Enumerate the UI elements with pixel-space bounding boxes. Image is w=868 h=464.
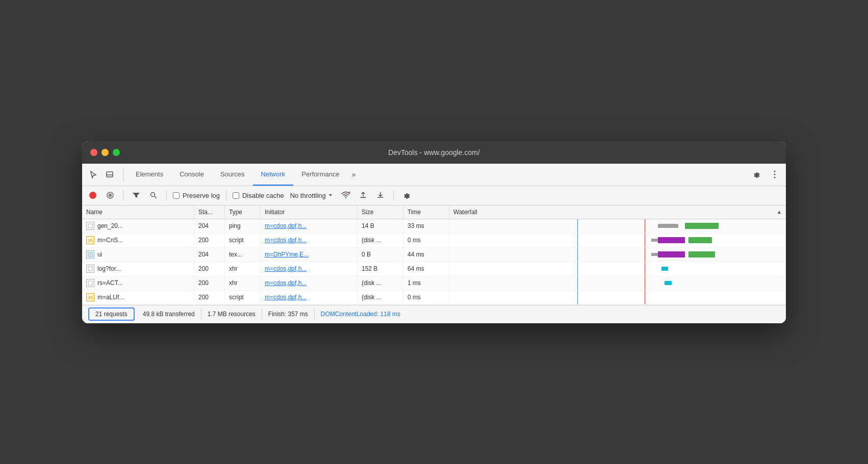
cell-time: 44 ms xyxy=(403,248,449,262)
cell-waterfall xyxy=(449,262,786,276)
col-header-waterfall[interactable]: Waterfall ▲ xyxy=(449,205,786,219)
tab-settings xyxy=(749,167,782,182)
minimize-button[interactable] xyxy=(101,149,109,156)
waterfall-line-blue xyxy=(577,248,578,262)
settings-icon[interactable] xyxy=(749,167,763,182)
cell-time: 0 ms xyxy=(403,291,449,304)
cell-status: 200 xyxy=(194,262,225,276)
cell-status: 200 xyxy=(194,291,225,304)
cell-size: 14 B xyxy=(358,219,403,233)
svg-rect-10 xyxy=(361,197,366,198)
resources-size: 1.7 MB resources xyxy=(201,308,262,320)
col-header-status[interactable]: Sta... xyxy=(194,205,225,219)
toolbar-separator-4 xyxy=(393,190,394,200)
search-icon[interactable] xyxy=(147,189,160,202)
table-row[interactable]: gen_20... 204 ping m=cdos,dpf,h... 14 B … xyxy=(82,219,786,234)
svg-point-7 xyxy=(345,197,346,198)
tab-sources[interactable]: Sources xyxy=(212,164,253,186)
cursor-icon[interactable] xyxy=(86,167,100,182)
cell-time: 64 ms xyxy=(403,262,449,276)
waterfall-line-red xyxy=(645,248,645,262)
cell-waterfall xyxy=(449,291,786,304)
cell-size: 152 B xyxy=(358,262,403,276)
waterfall-line-blue xyxy=(577,262,578,276)
waterfall-line-red xyxy=(645,219,645,233)
dom-content-loaded: DOMContentLoaded: 118 ms xyxy=(315,308,406,320)
waterfall-line-red xyxy=(645,234,645,247)
disable-cache-checkbox[interactable]: Disable cache xyxy=(233,192,284,199)
waterfall-bar-green xyxy=(688,237,712,243)
table-header: Name Sta... Type Initiator Size Time xyxy=(82,205,786,219)
svg-point-3 xyxy=(774,174,776,175)
waterfall-line-blue xyxy=(577,291,578,304)
throttle-dropdown[interactable]: No throttling xyxy=(288,191,335,200)
table-row[interactable]: rs=ACT... 200 xhr m=cdos,dpf,h... (disk … xyxy=(82,276,786,291)
cell-status: 204 xyxy=(194,248,225,262)
cell-waterfall xyxy=(449,234,786,247)
waterfall-line-blue xyxy=(577,234,578,247)
tab-network[interactable]: Network xyxy=(253,164,294,186)
waterfall-line-blue xyxy=(577,276,578,290)
filter-icon[interactable] xyxy=(130,189,143,202)
js-file-icon: JS xyxy=(86,293,94,301)
cell-waterfall xyxy=(449,276,786,290)
cell-type: tex... xyxy=(225,248,261,262)
cell-name: JS m=CnS... xyxy=(82,234,194,247)
col-header-name[interactable]: Name xyxy=(82,205,194,219)
table-row[interactable]: JS m=CnS... 200 script m=cdos,dpf,h... (… xyxy=(82,234,786,248)
devtools-body: Elements Console Sources Network Perform… xyxy=(82,164,786,323)
waterfall-bar-cyan xyxy=(661,267,668,271)
dock-icon[interactable] xyxy=(103,167,117,182)
toolbar-separator-3 xyxy=(226,190,226,200)
tabs-bar: Elements Console Sources Network Perform… xyxy=(82,164,786,186)
cell-name: gen_20... xyxy=(82,219,194,233)
record-button[interactable] xyxy=(86,189,99,202)
cell-waterfall xyxy=(449,248,786,262)
file-checkbox-icon xyxy=(86,279,94,287)
waterfall-bar-green xyxy=(688,251,716,257)
clear-button[interactable] xyxy=(104,189,117,202)
table-row[interactable]: JS m=aLUf... 200 script m=cdos,dpf,h... … xyxy=(82,291,786,305)
titlebar: DevTools - www.google.com/ xyxy=(82,141,786,164)
cell-name: ui xyxy=(82,248,194,262)
cell-type: script xyxy=(225,291,261,304)
tab-more[interactable]: » xyxy=(348,170,360,178)
cell-initiator: m=cdos,dpf,h... xyxy=(261,276,358,290)
download-icon[interactable] xyxy=(374,189,387,202)
cell-name: log?for... xyxy=(82,262,194,276)
table-row[interactable]: ui 204 tex... m=DhPYme,E... 0 B 44 ms xyxy=(82,248,786,262)
cell-name: rs=ACT... xyxy=(82,276,194,290)
maximize-button[interactable] xyxy=(113,149,120,156)
tabs: Elements Console Sources Network Perform… xyxy=(127,164,749,186)
wifi-icon[interactable] xyxy=(339,189,352,202)
more-options-icon[interactable] xyxy=(768,167,782,182)
col-header-time[interactable]: Time xyxy=(403,205,449,219)
svg-point-5 xyxy=(151,193,155,197)
network-toolbar: Preserve log Disable cache No throttling xyxy=(82,186,786,205)
col-header-initiator[interactable]: Initiator xyxy=(261,205,358,219)
close-button[interactable] xyxy=(90,149,97,156)
cell-type: xhr xyxy=(225,262,261,276)
cell-size: (disk ... xyxy=(358,276,403,290)
network-settings-icon[interactable] xyxy=(400,189,413,202)
devtools-window: DevTools - www.google.com/ xyxy=(82,141,786,323)
traffic-lights xyxy=(90,149,120,156)
col-header-type[interactable]: Type xyxy=(225,205,261,219)
upload-icon[interactable] xyxy=(356,189,370,202)
table-row[interactable]: log?for... 200 xhr m=cdos,dpf,h... 152 B… xyxy=(82,262,786,276)
preserve-log-checkbox[interactable]: Preserve log xyxy=(173,192,220,199)
tab-elements[interactable]: Elements xyxy=(127,164,171,186)
waterfall-bar xyxy=(658,224,678,228)
svg-rect-0 xyxy=(107,172,113,177)
text-file-icon xyxy=(86,250,94,259)
cell-time: 1 ms xyxy=(403,276,449,290)
tab-console[interactable]: Console xyxy=(171,164,212,186)
tab-performance[interactable]: Performance xyxy=(293,164,347,186)
col-header-size[interactable]: Size xyxy=(358,205,403,219)
svg-line-6 xyxy=(155,196,157,198)
cell-initiator: m=cdos,dpf,h... xyxy=(261,219,358,233)
cell-initiator: m=cdos,dpf,h... xyxy=(261,291,358,304)
js-file-icon: JS xyxy=(86,236,94,244)
svg-rect-12 xyxy=(88,252,92,256)
cell-size: (disk ... xyxy=(358,234,403,247)
